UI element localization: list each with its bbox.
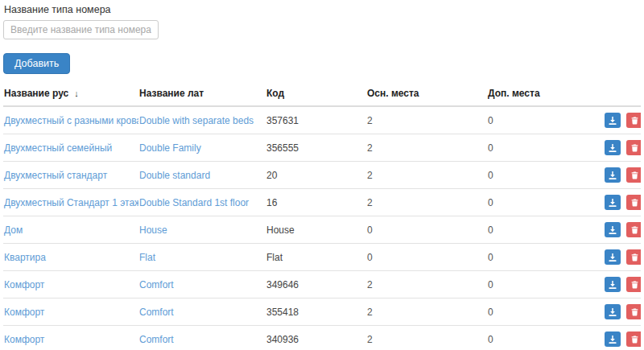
room-type-name-lat-link[interactable]: Comfort bbox=[139, 307, 174, 318]
extra-places-value: 0 bbox=[487, 189, 601, 216]
room-type-code: 356555 bbox=[266, 134, 366, 162]
download-icon bbox=[608, 171, 617, 180]
room-type-name-ru-link[interactable]: Комфорт bbox=[4, 307, 44, 318]
delete-button[interactable] bbox=[626, 140, 641, 155]
trash-icon bbox=[630, 280, 639, 290]
extra-places-value: 0 bbox=[487, 326, 601, 350]
extra-places-value: 0 bbox=[487, 244, 601, 271]
col-header-code[interactable]: Код bbox=[266, 81, 366, 106]
delete-button[interactable] bbox=[626, 113, 641, 128]
room-type-code: Flat bbox=[266, 244, 366, 271]
room-type-name-lat-link[interactable]: Double standard bbox=[139, 170, 210, 181]
trash-icon bbox=[630, 198, 639, 208]
main-places-value: 2 bbox=[366, 106, 487, 134]
table-row: Комфорт Comfort 349646 2 0 bbox=[3, 271, 641, 299]
main-places-value: 2 bbox=[366, 271, 487, 299]
room-type-code: 349646 bbox=[266, 271, 366, 299]
main-places-value: 2 bbox=[366, 189, 487, 216]
download-button[interactable] bbox=[605, 249, 621, 265]
delete-button[interactable] bbox=[626, 167, 641, 183]
main-places-value: 2 bbox=[366, 162, 487, 189]
table-row: Двухместный с разными кроватями Double w… bbox=[3, 106, 641, 134]
room-type-name-lat-link[interactable]: House bbox=[139, 224, 167, 236]
table-row: Дом House House 0 0 bbox=[3, 216, 641, 244]
download-button[interactable] bbox=[605, 140, 621, 155]
room-type-code: 355418 bbox=[266, 299, 366, 326]
room-type-name-input-wrap bbox=[3, 20, 641, 39]
room-type-name-ru-link[interactable]: Двухместный Стандарт 1 этаж bbox=[4, 197, 138, 208]
room-type-name-label: Название типа номера bbox=[4, 4, 641, 15]
download-button[interactable] bbox=[605, 277, 621, 292]
main-places-value: 0 bbox=[366, 216, 487, 244]
extra-places-value: 0 bbox=[487, 162, 601, 189]
room-type-code: 16 bbox=[266, 189, 366, 216]
trash-icon bbox=[630, 307, 639, 317]
room-type-name-lat-link[interactable]: Comfort bbox=[139, 334, 174, 345]
extra-places-value: 0 bbox=[487, 134, 601, 162]
delete-button[interactable] bbox=[626, 222, 641, 237]
room-type-name-ru-link[interactable]: Комфорт bbox=[4, 279, 44, 290]
download-icon bbox=[608, 253, 617, 262]
download-button[interactable] bbox=[605, 304, 621, 319]
room-types-page: Название типа номера Добавить Название р… bbox=[0, 0, 644, 350]
delete-button[interactable] bbox=[626, 331, 641, 347]
table-row: Двухместный стандарт Double standard 20 … bbox=[3, 162, 641, 189]
extra-places-value: 0 bbox=[487, 271, 601, 299]
delete-button[interactable] bbox=[626, 195, 641, 210]
extra-places-value: 0 bbox=[487, 299, 601, 326]
trash-icon bbox=[630, 335, 639, 344]
main-places-value: 0 bbox=[366, 244, 487, 271]
room-type-name-lat-link[interactable]: Double Family bbox=[139, 142, 201, 154]
room-type-code: 357631 bbox=[266, 106, 366, 134]
room-type-name-lat-link[interactable]: Double Standard 1st floor bbox=[139, 197, 249, 208]
main-places-value: 2 bbox=[366, 134, 487, 162]
download-button[interactable] bbox=[605, 195, 621, 210]
add-button[interactable]: Добавить bbox=[3, 53, 70, 74]
room-type-name-lat-link[interactable]: Double with separate beds bbox=[139, 115, 254, 126]
room-type-code: House bbox=[266, 216, 366, 244]
col-header-actions bbox=[601, 81, 641, 106]
trash-icon bbox=[630, 171, 639, 180]
table-header-row: Название рус↓ Название лат Код Осн. мест… bbox=[3, 81, 641, 106]
download-icon bbox=[608, 307, 617, 317]
room-type-name-lat-link[interactable]: Flat bbox=[139, 252, 155, 263]
room-type-name-ru-link[interactable]: Двухместный с разными кроватями bbox=[4, 115, 138, 126]
download-icon bbox=[608, 225, 617, 235]
room-type-name-ru-link[interactable]: Квартира bbox=[4, 252, 46, 263]
room-type-name-ru-link[interactable]: Комфорт bbox=[4, 334, 44, 345]
download-icon bbox=[608, 116, 617, 126]
main-places-value: 2 bbox=[366, 299, 487, 326]
download-icon bbox=[608, 198, 617, 208]
trash-icon bbox=[630, 253, 639, 262]
delete-button[interactable] bbox=[626, 249, 641, 265]
table-row: Двухместный семейный Double Family 35655… bbox=[3, 134, 641, 162]
col-header-main-places[interactable]: Осн. места bbox=[366, 81, 487, 106]
room-type-code: 20 bbox=[266, 162, 366, 189]
delete-button[interactable] bbox=[626, 304, 641, 319]
download-button[interactable] bbox=[605, 167, 621, 183]
table-row: Комфорт Comfort 355418 2 0 bbox=[3, 299, 641, 326]
room-type-name-ru-link[interactable]: Двухместный стандарт bbox=[4, 170, 107, 181]
extra-places-value: 0 bbox=[487, 106, 601, 134]
table-row: Квартира Flat Flat 0 0 bbox=[3, 244, 641, 271]
room-type-name-ru-link[interactable]: Двухместный семейный bbox=[4, 142, 112, 154]
download-button[interactable] bbox=[605, 113, 621, 128]
table-row: Двухместный Стандарт 1 этаж Double Stand… bbox=[3, 189, 641, 216]
room-type-name-input[interactable] bbox=[3, 20, 159, 39]
delete-button[interactable] bbox=[626, 277, 641, 292]
sort-desc-icon: ↓ bbox=[74, 89, 79, 98]
download-icon bbox=[608, 335, 617, 344]
room-type-code: 340936 bbox=[266, 326, 366, 350]
col-header-name-lat[interactable]: Название лат bbox=[138, 81, 266, 106]
room-types-table: Название рус↓ Название лат Код Осн. мест… bbox=[3, 81, 641, 350]
trash-icon bbox=[630, 225, 639, 235]
download-button[interactable] bbox=[605, 222, 621, 237]
col-header-name-ru[interactable]: Название рус↓ bbox=[3, 81, 138, 106]
download-button[interactable] bbox=[605, 331, 621, 347]
col-header-name-ru-label: Название рус bbox=[4, 88, 68, 99]
extra-places-value: 0 bbox=[487, 216, 601, 244]
room-type-name-ru-link[interactable]: Дом bbox=[4, 224, 23, 236]
trash-icon bbox=[630, 116, 639, 126]
room-type-name-lat-link[interactable]: Comfort bbox=[139, 279, 174, 290]
col-header-extra-places[interactable]: Доп. места bbox=[487, 81, 601, 106]
